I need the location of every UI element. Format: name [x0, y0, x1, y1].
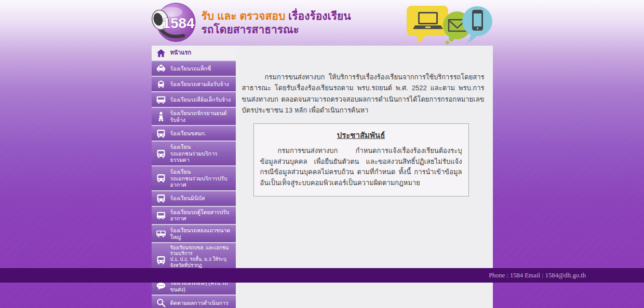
- sidebar-item-label: หน้าแรก: [170, 49, 192, 56]
- brand-title: รับ และ ตรวจสอบ เรื่องร้องเรียน รถโดยสาร…: [202, 9, 351, 37]
- bus-icon: [155, 193, 167, 204]
- sidebar-item-tuktuk-complaint[interactable]: ร้องเรียนรถสามล้อรับจ้าง: [152, 77, 236, 92]
- brand-logo-block[interactable]: 1584 รับ และ ตรวจสอบ เรื่องร้องเรียน รถโ…: [152, 1, 351, 45]
- sidebar-item-label: ร้องเรียน รถเอกชนร่วมบริการปรับอากาศ: [170, 169, 234, 188]
- site-container: 1584 รับ และ ตรวจสอบ เรื่องร้องเรียน รถโ…: [152, 0, 493, 308]
- motorcycle-icon: [155, 111, 167, 122]
- sidebar-item-bmta-bus-complaint[interactable]: ร้องเรียนขสมก.: [152, 126, 236, 142]
- sidebar-item-label: ร้องเรียนรถตู้โดยสารปรับอากาศ: [170, 209, 234, 222]
- sidebar-item-label: ร้องเรียนขสมก.: [170, 130, 206, 137]
- brand-title-orange: รับ และ ตรวจสอบ: [202, 10, 286, 22]
- tuktuk-icon: [155, 79, 167, 89]
- bus-icon: [155, 128, 167, 138]
- sidebar-item-label: ร้องเรียนรถจักรยานยนต์รับจ้าง: [170, 110, 234, 123]
- footer-contact-info: Phone : 1584 Email : 1584@dlt.go.th: [489, 268, 586, 283]
- announcement-title: ประชาสัมพันธ์: [260, 129, 462, 142]
- footer-bar: Phone : 1584 Email : 1584@dlt.go.th: [0, 268, 644, 283]
- logo-number: 1584: [162, 15, 194, 31]
- songthaew-icon: [155, 229, 167, 239]
- taxi-icon: [155, 63, 167, 74]
- small-truck-icon: [155, 94, 167, 105]
- sidebar-item-label: ร้องเรียน รถเอกชนร่วมบริการธรรมดา: [170, 144, 234, 163]
- hotline-1584-logo-icon: 1584: [152, 1, 196, 45]
- sidebar-item-home[interactable]: หน้าแรก: [152, 46, 236, 61]
- contact-channel-bubbles: [406, 3, 493, 44]
- sidebar-item-track-progress[interactable]: ติดตามผลการดำเนินการ: [152, 296, 236, 308]
- laptop-icon: [407, 6, 448, 43]
- sidebar-item-minibus-complaint[interactable]: ร้องเรียนมินิบัส: [152, 191, 236, 207]
- sidebar-item-motorcycle-taxi-complaint[interactable]: ร้องเรียนรถจักรยานยนต์รับจ้าง: [152, 108, 236, 126]
- sidebar-item-small-four-wheel-complaint[interactable]: ร้องเรียนรถสี่ล้อเล็กรับจ้าง: [152, 92, 236, 108]
- sidebar-item-private-joint-aircon-complaint[interactable]: ร้องเรียน รถเอกชนร่วมบริการปรับอากาศ: [152, 166, 236, 191]
- sidebar-item-label: ร้องเรียนรถสามล้อรับจ้าง: [170, 81, 229, 88]
- sidebar-item-aircon-van-complaint[interactable]: ร้องเรียนรถตู้โดยสารปรับอากาศ: [152, 207, 236, 225]
- brand-title-line2: รถโดยสารสาธารณะ: [202, 23, 351, 36]
- announcement-box: ประชาสัมพันธ์ กรมการขนส่งทางบก กำหนดการแ…: [253, 123, 469, 197]
- sidebar-item-large-songthaew-complaint[interactable]: ร้องเรียนรถสองแถวขนาดใหญ่: [152, 225, 236, 243]
- sidebar-item-label: ร้องเรียนรถสี่ล้อเล็กรับจ้าง: [170, 96, 231, 103]
- brand-title-purple: เรื่องร้องเรียน: [285, 10, 351, 22]
- home-icon: [155, 48, 167, 58]
- header: 1584 รับ และ ตรวจสอบ เรื่องร้องเรียน รถโ…: [152, 0, 493, 46]
- bus-icon: [155, 173, 167, 184]
- intro-paragraph: กรมการขนส่งทางบก ให้บริการรับเรื่องร้องเ…: [242, 72, 485, 116]
- bus-icon: [155, 148, 167, 159]
- sidebar-item-label: ร้องเรียนมินิบัส: [170, 195, 205, 202]
- sidebar-item-label: ร้องเรียนรถแท็กซี่: [170, 65, 211, 72]
- bus-icon: [155, 255, 167, 265]
- search-icon: [155, 298, 167, 308]
- sidebar-item-private-joint-regular-complaint[interactable]: ร้องเรียน รถเอกชนร่วมบริการธรรมดา: [152, 142, 236, 166]
- sidebar-item-taxi-complaint[interactable]: ร้องเรียนรถแท็กซี่: [152, 61, 236, 77]
- sidebar-item-label: ร้องเรียนรถสองแถวขนาดใหญ่: [170, 227, 234, 240]
- smartphone-icon: [462, 6, 492, 44]
- sidebar-item-label: ติดตามผลการดำเนินการ: [170, 300, 229, 306]
- brand-title-line1: รับ และ ตรวจสอบ เรื่องร้องเรียน: [202, 9, 351, 23]
- van-icon: [155, 210, 167, 220]
- announcement-body: กรมการขนส่งทางบก กำหนดการแจ้งเรื่องร้องเ…: [260, 146, 462, 189]
